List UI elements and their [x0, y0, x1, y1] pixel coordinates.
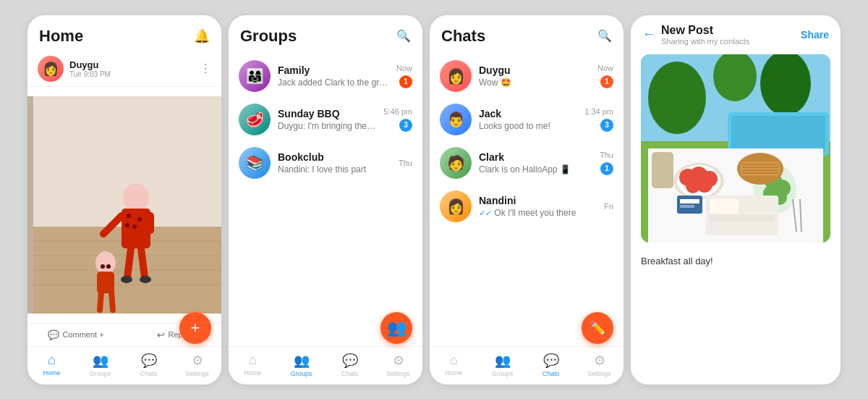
- nav-groups[interactable]: 👥 Groups: [277, 351, 326, 379]
- list-item[interactable]: 👩 Nandini ✓✓ Ok I'll meet you there Fri: [430, 185, 624, 228]
- fab-icon: ✏️: [590, 320, 605, 336]
- chats-nav-label: Chats: [341, 370, 359, 377]
- settings-nav-icon: ⚙: [192, 353, 203, 369]
- groups-title: Groups: [240, 27, 297, 46]
- fab-button[interactable]: 👥: [380, 312, 412, 344]
- chat-time: 5:46 pm: [383, 107, 412, 116]
- chats-nav-label: Chats: [140, 370, 158, 377]
- unread-badge: 1: [600, 75, 613, 88]
- nav-settings[interactable]: ⚙ Settings: [173, 351, 221, 379]
- home-nav-icon: ⌂: [249, 353, 257, 368]
- home-nav-label: Home: [43, 369, 60, 377]
- bottom-nav-chats: ⌂ Home 👥 Groups 💬 Chats ⚙ Settings: [430, 346, 624, 385]
- list-item[interactable]: 🥩 Sunday BBQ Duygu: I'm bringing these! …: [229, 98, 422, 141]
- new-post-header: ← New Post Sharing with my contacts Shar…: [631, 15, 841, 49]
- svg-point-18: [140, 276, 151, 283]
- new-post-screen: ← New Post Sharing with my contacts Shar…: [631, 15, 841, 385]
- svg-rect-58: [680, 205, 694, 208]
- list-item[interactable]: 👩 Duygu Wow 🤩 Now 1: [430, 54, 624, 98]
- post-photo: [641, 54, 830, 243]
- group-name: Bookclub: [278, 151, 391, 163]
- list-item[interactable]: 👨‍👩‍👧 Family Jack added Clark to the gro…: [229, 54, 422, 98]
- unread-badge: 1: [399, 75, 412, 88]
- nav-settings[interactable]: ⚙ Settings: [575, 351, 624, 379]
- list-item[interactable]: 👨 Jack Looks good to me! 1:34 pm 3: [430, 98, 624, 141]
- svg-line-24: [111, 292, 113, 310]
- nav-home[interactable]: ⌂ Home: [229, 351, 277, 379]
- avatar: 👨: [440, 104, 472, 135]
- groups-list: 👨‍👩‍👧 Family Jack added Clark to the gro…: [229, 51, 422, 346]
- chat-meta: Now 1: [597, 64, 613, 88]
- svg-point-9: [127, 214, 131, 218]
- nav-settings[interactable]: ⚙ Settings: [374, 351, 422, 379]
- groups-nav-icon: 👥: [294, 353, 310, 369]
- chat-preview: ✓✓ Ok I'll meet you there: [479, 208, 597, 218]
- settings-nav-label: Settings: [185, 370, 209, 377]
- svg-rect-55: [710, 215, 775, 221]
- groups-header: Groups 🔍: [229, 15, 422, 51]
- comment-label: Comment +: [62, 330, 103, 339]
- svg-rect-54: [710, 199, 739, 214]
- nav-chats[interactable]: 💬 Chats: [326, 351, 374, 379]
- groups-nav-label: Groups: [492, 370, 514, 377]
- search-icon[interactable]: 🔍: [597, 29, 612, 43]
- chat-meta: Fri: [604, 202, 613, 211]
- post-image: [27, 87, 221, 323]
- unread-badge: 3: [600, 119, 613, 132]
- svg-point-22: [106, 264, 111, 269]
- screens-container: Home 🔔 👩 Duygu Tue 9:03 PM ⋮: [0, 0, 868, 399]
- svg-point-21: [101, 264, 105, 269]
- chats-list: 👩 Duygu Wow 🤩 Now 1 👨 Jack Looks g: [430, 51, 624, 346]
- list-item[interactable]: 🧑 Clark Clark is on HalloApp 📱 Thu 1: [430, 141, 624, 185]
- nav-chats[interactable]: 💬 Chats: [527, 351, 575, 379]
- new-post-subtitle: Sharing with my contacts: [661, 37, 801, 46]
- contact-name: Duygu: [479, 64, 590, 76]
- home-user-bar: 👩 Duygu Tue 9:03 PM ⋮: [27, 51, 221, 87]
- chat-meta: Thu 1: [600, 151, 613, 175]
- search-icon[interactable]: 🔍: [396, 29, 411, 43]
- chat-time: Now: [597, 64, 613, 72]
- nav-chats[interactable]: 💬 Chats: [124, 351, 173, 379]
- chat-time: Thu: [399, 159, 412, 167]
- nav-home[interactable]: ⌂ Home: [27, 351, 76, 379]
- svg-line-23: [100, 292, 101, 310]
- breakfast-image: [641, 54, 830, 243]
- settings-nav-icon: ⚙: [393, 353, 404, 369]
- chat-time: Thu: [600, 151, 613, 159]
- chats-header: Chats 🔍: [430, 15, 624, 51]
- nav-home[interactable]: ⌂ Home: [430, 351, 478, 379]
- avatar: 🧑: [440, 147, 472, 179]
- chat-info: Clark Clark is on HalloApp 📱: [479, 151, 592, 175]
- nav-groups[interactable]: 👥 Groups: [76, 351, 124, 379]
- back-button[interactable]: ←: [642, 27, 655, 42]
- svg-point-11: [132, 224, 137, 229]
- chat-time: Now: [396, 64, 412, 72]
- svg-rect-8: [122, 209, 150, 248]
- svg-point-17: [121, 276, 132, 283]
- home-nav-icon: ⌂: [450, 353, 458, 368]
- notification-icon[interactable]: 🔔: [194, 28, 210, 44]
- group-name: Sunday BBQ: [278, 108, 376, 119]
- user-info: Duygu Tue 9:03 PM: [69, 59, 194, 78]
- svg-rect-48: [741, 161, 780, 176]
- more-options-icon[interactable]: ⋮: [200, 62, 211, 75]
- fab-button[interactable]: ✏️: [582, 312, 613, 344]
- nav-groups[interactable]: 👥 Groups: [478, 351, 527, 379]
- groups-nav-icon: 👥: [495, 353, 511, 369]
- avatar: 🥩: [239, 104, 271, 135]
- chat-meta: 5:46 pm 3: [383, 107, 412, 132]
- new-post-title-block: New Post Sharing with my contacts: [661, 24, 801, 46]
- fab-button[interactable]: +: [179, 312, 211, 344]
- svg-rect-32: [731, 116, 825, 152]
- chat-info: Jack Looks good to me!: [479, 108, 577, 131]
- chat-info: Family Jack added Clark to the group: [278, 64, 389, 88]
- svg-rect-1: [27, 96, 221, 227]
- list-item[interactable]: 📚 Bookclub Nandini: I love this part Thu: [229, 141, 422, 185]
- unread-badge: 3: [399, 119, 412, 132]
- share-button[interactable]: Share: [801, 29, 829, 41]
- groups-nav-label: Groups: [291, 370, 312, 377]
- comment-button[interactable]: 💬 Comment +: [27, 329, 124, 340]
- home-header: Home 🔔: [27, 15, 221, 51]
- home-nav-label: Home: [244, 369, 261, 377]
- new-post-title: New Post: [661, 24, 801, 37]
